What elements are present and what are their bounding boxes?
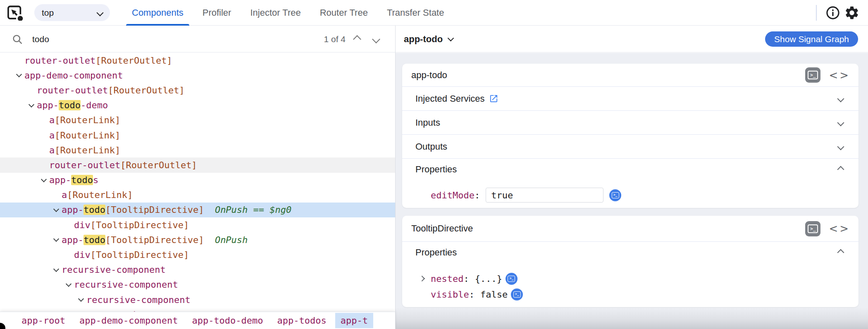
selected-component-dropdown[interactable]: app-todo xyxy=(404,34,453,45)
tree-node-label: router-outlet xyxy=(37,85,108,95)
show-signal-graph-button[interactable]: Show Signal Graph xyxy=(765,31,858,47)
chevron-down-icon xyxy=(97,9,104,16)
section-inputs[interactable]: Inputs xyxy=(402,111,858,135)
tree-row[interactable]: recursive-component xyxy=(0,292,395,307)
log-to-console-button[interactable] xyxy=(805,67,820,83)
tab-router-tree[interactable]: Router Tree xyxy=(320,0,368,26)
section-injected-services[interactable]: Injected Services xyxy=(402,87,858,111)
tree-row[interactable]: app-todo[TooltipDirective] OnPush == $ng… xyxy=(0,203,395,217)
tree-node-label: app- xyxy=(37,100,59,110)
tree-node-label: a xyxy=(49,115,55,125)
expand-chevron-slot xyxy=(41,179,49,181)
log-to-console-button[interactable] xyxy=(805,221,820,236)
chevron-down-icon[interactable] xyxy=(53,236,59,242)
tree-node-label: div xyxy=(74,250,91,260)
chevron-down-icon[interactable] xyxy=(29,102,34,107)
chevron-down-icon[interactable] xyxy=(16,72,22,77)
inspector-card-app-todo: app-todoInjected ServicesInputsOutputsPr… xyxy=(402,64,858,208)
frame-selector-dropdown[interactable]: top xyxy=(34,4,110,21)
log-property-button[interactable] xyxy=(609,189,621,201)
tree-node-label: router-outlet xyxy=(49,160,120,170)
tree-row[interactable]: recursive-component xyxy=(0,277,395,292)
tree-row[interactable]: recursive-component xyxy=(0,262,395,277)
tree-node-label: [RouterLink] xyxy=(55,115,120,125)
section-label: Properties xyxy=(415,247,457,258)
tab-transfer-state[interactable]: Transfer State xyxy=(387,0,444,26)
chevron-down-icon xyxy=(837,95,844,102)
property-row-visible: visible:false xyxy=(402,286,858,302)
tree-row[interactable]: div[TooltipDirective] xyxy=(0,217,395,232)
terminal-icon xyxy=(508,276,515,282)
expand-chevron-slot xyxy=(65,284,74,286)
view-source-button[interactable] xyxy=(829,222,850,235)
tab-components[interactable]: Components xyxy=(132,0,184,26)
tree-node-label: -demo xyxy=(81,100,108,110)
tab-injector-tree[interactable]: Injector Tree xyxy=(250,0,300,26)
search-input[interactable] xyxy=(31,34,324,45)
section-label: Outputs xyxy=(415,141,447,152)
breadcrumb-item-app-todo-demo[interactable]: app-todo-demo xyxy=(192,315,263,326)
search-highlight: todo xyxy=(83,205,105,215)
chevron-down-icon[interactable] xyxy=(78,296,84,302)
tree-row[interactable]: app-todo-demo xyxy=(0,98,395,113)
expand-chevron-slot xyxy=(16,74,24,76)
tree-row[interactable]: app-todos xyxy=(0,173,395,188)
tree-row[interactable]: router-outlet[RouterOutlet] xyxy=(0,157,395,172)
property-value-input[interactable] xyxy=(486,188,603,203)
log-property-button[interactable] xyxy=(511,288,523,300)
tree-row[interactable]: a[RouterLink] xyxy=(0,113,395,128)
tree-node-label: app- xyxy=(62,205,83,215)
tree-row[interactable]: app-demo-component xyxy=(0,68,395,83)
tree-node-label: [TooltipDirective] xyxy=(91,220,189,230)
expand-chevron-slot xyxy=(53,209,62,211)
tree-row[interactable]: app-todo[TooltipDirective] OnPush xyxy=(0,232,395,247)
tree-row[interactable]: router-outlet[RouterOutlet] xyxy=(0,83,395,98)
tree-node-label: router-outlet xyxy=(24,55,95,66)
search-icon xyxy=(12,33,23,45)
info-button[interactable] xyxy=(823,3,842,22)
section-properties[interactable]: Properties xyxy=(402,242,858,263)
tab-profiler[interactable]: Profiler xyxy=(203,0,231,26)
section-properties[interactable]: Properties xyxy=(402,159,858,180)
expand-chevron-slot xyxy=(53,269,62,271)
tree-node-label: app-demo-component xyxy=(24,70,123,81)
chevron-down-icon xyxy=(448,35,454,42)
previous-match-button[interactable] xyxy=(349,31,365,48)
tree-row[interactable]: router-outlet[RouterOutlet] xyxy=(0,53,395,68)
property-name: nested xyxy=(431,274,463,284)
expand-chevron-slot xyxy=(28,104,37,107)
breadcrumb-item-app-todos[interactable]: app-todos xyxy=(277,315,327,326)
chevron-down-icon[interactable] xyxy=(66,281,72,287)
property-colon: : xyxy=(475,190,480,200)
element-picker-button[interactable] xyxy=(6,4,25,22)
change-detection-label: OnPush == $ng0 xyxy=(204,205,291,215)
breadcrumb-item-app-root[interactable]: app-root xyxy=(21,315,65,326)
expand-chevron-slot xyxy=(53,238,62,241)
info-icon xyxy=(825,5,840,20)
tree-row[interactable]: div[TooltipDirective] xyxy=(0,247,395,262)
expand-slot[interactable] xyxy=(420,277,431,281)
chevron-down-icon[interactable] xyxy=(53,266,59,272)
tree-row[interactable]: a[RouterLink] xyxy=(0,128,395,143)
open-in-new-button[interactable] xyxy=(489,94,498,103)
next-match-button[interactable] xyxy=(368,31,384,48)
view-source-button[interactable] xyxy=(829,69,850,81)
breadcrumb-item-app-demo-component[interactable]: app-demo-component xyxy=(79,315,178,326)
breadcrumb-item-app-t[interactable]: app-t xyxy=(335,313,373,328)
card-header: TooltipDirective xyxy=(402,216,858,242)
tree-node-label: [TooltipDirective] xyxy=(91,250,189,260)
toolbar-actions xyxy=(816,3,861,22)
tree-row[interactable]: a[RouterLink] xyxy=(0,188,395,203)
chevron-up-icon xyxy=(837,166,844,173)
chevron-up-icon xyxy=(353,35,361,43)
section-label: Injected Services xyxy=(415,93,485,104)
chevron-down-icon[interactable] xyxy=(41,176,47,182)
section-outputs[interactable]: Outputs xyxy=(402,135,858,159)
chevron-down-icon[interactable] xyxy=(53,206,59,212)
tree-node-label: recursive-component xyxy=(74,279,178,290)
settings-button[interactable] xyxy=(842,3,861,22)
bottom-fade xyxy=(396,307,868,329)
inspector-card-tooltipdirective: TooltipDirectivePropertiesnested:{...}vi… xyxy=(402,216,858,307)
tree-row[interactable]: a[RouterLink] xyxy=(0,143,395,157)
log-property-button[interactable] xyxy=(506,273,517,285)
